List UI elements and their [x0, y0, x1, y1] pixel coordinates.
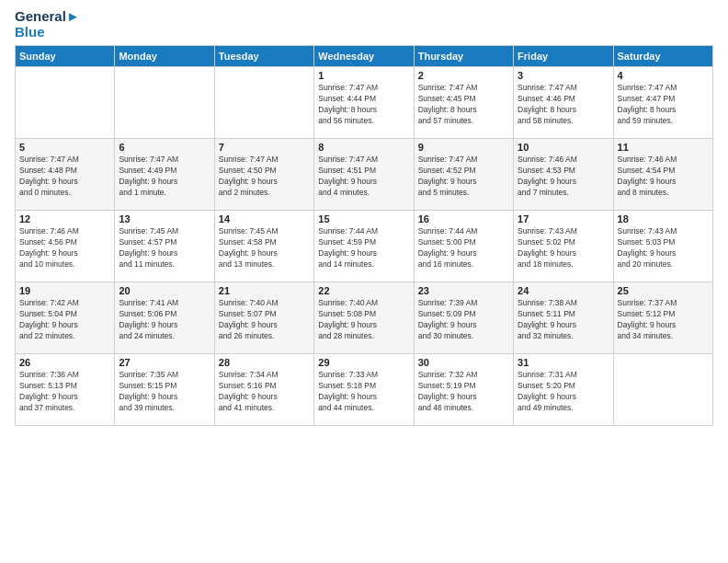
day-number: 21 [219, 285, 310, 296]
calendar-cell: 14Sunrise: 7:45 AM Sunset: 4:58 PM Dayli… [214, 211, 313, 282]
day-info: Sunrise: 7:36 AM Sunset: 5:13 PM Dayligh… [19, 370, 110, 414]
calendar-cell: 3Sunrise: 7:47 AM Sunset: 4:46 PM Daylig… [514, 67, 613, 139]
calendar-cell: 17Sunrise: 7:43 AM Sunset: 5:02 PM Dayli… [514, 211, 613, 282]
header-day-wednesday: Wednesday [314, 46, 414, 67]
calendar-cell: 22Sunrise: 7:40 AM Sunset: 5:08 PM Dayli… [314, 282, 414, 354]
day-number: 11 [618, 142, 709, 153]
calendar-cell: 27Sunrise: 7:35 AM Sunset: 5:15 PM Dayli… [115, 354, 214, 426]
calendar-cell: 9Sunrise: 7:47 AM Sunset: 4:52 PM Daylig… [414, 139, 513, 211]
calendar-cell: 2Sunrise: 7:47 AM Sunset: 4:45 PM Daylig… [414, 67, 513, 139]
day-info: Sunrise: 7:44 AM Sunset: 5:00 PM Dayligh… [418, 226, 509, 270]
calendar-cell: 31Sunrise: 7:31 AM Sunset: 5:20 PM Dayli… [514, 354, 613, 426]
day-number: 22 [318, 285, 409, 296]
day-number: 6 [119, 142, 210, 153]
day-info: Sunrise: 7:46 AM Sunset: 4:54 PM Dayligh… [618, 155, 709, 199]
day-info: Sunrise: 7:46 AM Sunset: 4:53 PM Dayligh… [518, 155, 609, 199]
calendar-cell [16, 67, 115, 139]
header-day-tuesday: Tuesday [214, 46, 313, 67]
header-day-sunday: Sunday [16, 46, 115, 67]
calendar-cell: 20Sunrise: 7:41 AM Sunset: 5:06 PM Dayli… [115, 282, 214, 354]
calendar-week-row: 12Sunrise: 7:46 AM Sunset: 4:56 PM Dayli… [16, 211, 713, 282]
day-info: Sunrise: 7:45 AM Sunset: 4:58 PM Dayligh… [219, 226, 310, 270]
calendar-cell: 21Sunrise: 7:40 AM Sunset: 5:07 PM Dayli… [214, 282, 313, 354]
day-info: Sunrise: 7:33 AM Sunset: 5:18 PM Dayligh… [318, 370, 409, 414]
calendar-cell: 24Sunrise: 7:38 AM Sunset: 5:11 PM Dayli… [514, 282, 613, 354]
header-day-monday: Monday [115, 46, 214, 67]
day-info: Sunrise: 7:37 AM Sunset: 5:12 PM Dayligh… [618, 298, 709, 342]
day-number: 4 [618, 70, 709, 81]
calendar-table: SundayMondayTuesdayWednesdayThursdayFrid… [15, 45, 713, 426]
calendar-cell: 5Sunrise: 7:47 AM Sunset: 4:48 PM Daylig… [16, 139, 115, 211]
calendar-cell: 7Sunrise: 7:47 AM Sunset: 4:50 PM Daylig… [214, 139, 313, 211]
day-number: 28 [219, 357, 310, 368]
calendar-cell: 13Sunrise: 7:45 AM Sunset: 4:57 PM Dayli… [115, 211, 214, 282]
calendar-cell: 16Sunrise: 7:44 AM Sunset: 5:00 PM Dayli… [414, 211, 513, 282]
day-number: 10 [518, 142, 609, 153]
calendar-week-row: 5Sunrise: 7:47 AM Sunset: 4:48 PM Daylig… [16, 139, 713, 211]
day-number: 3 [518, 70, 609, 81]
day-info: Sunrise: 7:47 AM Sunset: 4:52 PM Dayligh… [418, 155, 509, 199]
day-info: Sunrise: 7:47 AM Sunset: 4:47 PM Dayligh… [618, 83, 709, 127]
day-number: 31 [518, 357, 609, 368]
day-info: Sunrise: 7:42 AM Sunset: 5:04 PM Dayligh… [19, 298, 110, 342]
day-info: Sunrise: 7:34 AM Sunset: 5:16 PM Dayligh… [219, 370, 310, 414]
day-info: Sunrise: 7:47 AM Sunset: 4:46 PM Dayligh… [518, 83, 609, 127]
day-info: Sunrise: 7:40 AM Sunset: 5:08 PM Dayligh… [318, 298, 409, 342]
day-info: Sunrise: 7:44 AM Sunset: 4:59 PM Dayligh… [318, 226, 409, 270]
day-info: Sunrise: 7:47 AM Sunset: 4:49 PM Dayligh… [119, 155, 210, 199]
calendar-week-row: 19Sunrise: 7:42 AM Sunset: 5:04 PM Dayli… [16, 282, 713, 354]
logo: General► Blue [15, 9, 80, 40]
day-number: 1 [318, 70, 409, 81]
day-number: 17 [518, 213, 609, 224]
calendar-cell: 28Sunrise: 7:34 AM Sunset: 5:16 PM Dayli… [214, 354, 313, 426]
logo-blue: Blue [15, 25, 80, 40]
day-number: 20 [119, 285, 210, 296]
header-day-friday: Friday [514, 46, 613, 67]
calendar-cell: 23Sunrise: 7:39 AM Sunset: 5:09 PM Dayli… [414, 282, 513, 354]
day-number: 25 [618, 285, 709, 296]
day-info: Sunrise: 7:43 AM Sunset: 5:02 PM Dayligh… [518, 226, 609, 270]
day-number: 8 [318, 142, 409, 153]
day-info: Sunrise: 7:46 AM Sunset: 4:56 PM Dayligh… [19, 226, 110, 270]
day-number: 24 [518, 285, 609, 296]
day-info: Sunrise: 7:47 AM Sunset: 4:50 PM Dayligh… [219, 155, 310, 199]
calendar-cell: 15Sunrise: 7:44 AM Sunset: 4:59 PM Dayli… [314, 211, 414, 282]
day-number: 13 [119, 213, 210, 224]
calendar-cell [214, 67, 313, 139]
calendar-cell: 11Sunrise: 7:46 AM Sunset: 4:54 PM Dayli… [613, 139, 712, 211]
header-day-thursday: Thursday [414, 46, 513, 67]
calendar-cell: 30Sunrise: 7:32 AM Sunset: 5:19 PM Dayli… [414, 354, 513, 426]
calendar-cell: 19Sunrise: 7:42 AM Sunset: 5:04 PM Dayli… [16, 282, 115, 354]
day-number: 23 [418, 285, 509, 296]
calendar-cell: 8Sunrise: 7:47 AM Sunset: 4:51 PM Daylig… [314, 139, 414, 211]
day-number: 5 [19, 142, 110, 153]
day-info: Sunrise: 7:39 AM Sunset: 5:09 PM Dayligh… [418, 298, 509, 342]
day-number: 7 [219, 142, 310, 153]
day-info: Sunrise: 7:45 AM Sunset: 4:57 PM Dayligh… [119, 226, 210, 270]
logo-text: General► Blue [15, 9, 80, 40]
day-info: Sunrise: 7:38 AM Sunset: 5:11 PM Dayligh… [518, 298, 609, 342]
day-info: Sunrise: 7:47 AM Sunset: 4:51 PM Dayligh… [318, 155, 409, 199]
day-info: Sunrise: 7:31 AM Sunset: 5:20 PM Dayligh… [518, 370, 609, 414]
header: General► Blue [15, 9, 713, 40]
header-day-saturday: Saturday [613, 46, 712, 67]
day-number: 29 [318, 357, 409, 368]
day-number: 14 [219, 213, 310, 224]
calendar-cell [613, 354, 712, 426]
day-info: Sunrise: 7:40 AM Sunset: 5:07 PM Dayligh… [219, 298, 310, 342]
day-number: 12 [19, 213, 110, 224]
calendar-week-row: 1Sunrise: 7:47 AM Sunset: 4:44 PM Daylig… [16, 67, 713, 139]
day-info: Sunrise: 7:43 AM Sunset: 5:03 PM Dayligh… [618, 226, 709, 270]
day-info: Sunrise: 7:41 AM Sunset: 5:06 PM Dayligh… [119, 298, 210, 342]
day-info: Sunrise: 7:32 AM Sunset: 5:19 PM Dayligh… [418, 370, 509, 414]
calendar-cell [115, 67, 214, 139]
page-container: General► Blue SundayMondayTuesdayWednesd… [0, 0, 728, 431]
day-info: Sunrise: 7:35 AM Sunset: 5:15 PM Dayligh… [119, 370, 210, 414]
day-number: 30 [418, 357, 509, 368]
day-number: 16 [418, 213, 509, 224]
day-number: 2 [418, 70, 509, 81]
calendar-cell: 18Sunrise: 7:43 AM Sunset: 5:03 PM Dayli… [613, 211, 712, 282]
calendar-cell: 4Sunrise: 7:47 AM Sunset: 4:47 PM Daylig… [613, 67, 712, 139]
day-number: 9 [418, 142, 509, 153]
calendar-cell: 1Sunrise: 7:47 AM Sunset: 4:44 PM Daylig… [314, 67, 414, 139]
